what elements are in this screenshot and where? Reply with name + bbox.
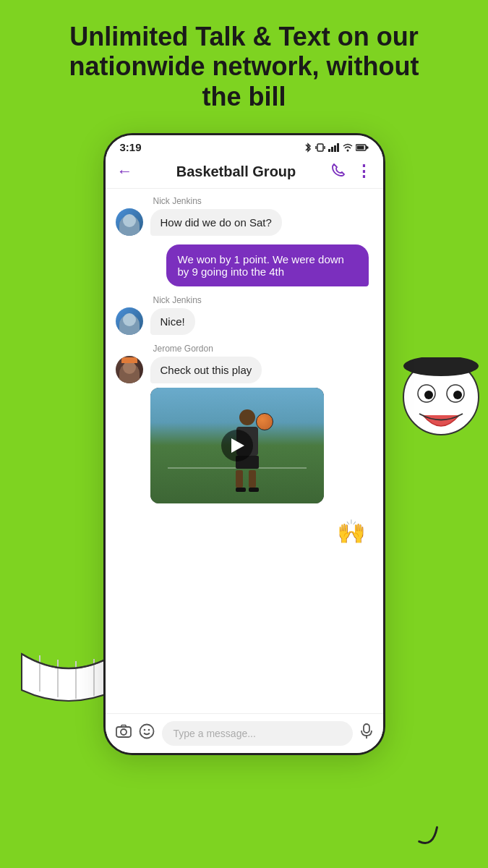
cartoon-face-decoration [401, 357, 474, 430]
player-shoe-left [236, 488, 246, 492]
message-row-1: How did we do on Sat? [116, 208, 373, 236]
svg-point-23 [140, 725, 153, 739]
emoji-reaction-row: 🙌 [116, 518, 373, 545]
back-button[interactable]: ← [117, 162, 133, 181]
bluetooth-icon [304, 142, 312, 153]
svg-rect-20 [367, 146, 368, 148]
phone-call-button[interactable] [331, 163, 346, 181]
more-options-button[interactable]: ⋮ [356, 162, 372, 181]
player-leg-left [236, 470, 243, 488]
message-input[interactable]: Type a message... [162, 721, 353, 746]
headline-line1: Unlimited Talk & Text on our [69, 22, 419, 51]
svg-point-22 [121, 729, 127, 735]
message-group-3: Jerome Gordon Check out this play [116, 344, 373, 503]
input-bar: Type a message... [106, 713, 383, 753]
svg-rect-21 [116, 727, 131, 737]
svg-rect-10 [317, 144, 323, 151]
raised-hands-emoji: 🙌 [337, 518, 366, 545]
outgoing-row-1: We won by 1 point. We were down by 9 goi… [116, 244, 373, 286]
bubble-incoming-2: Nice! [150, 308, 195, 335]
video-thumbnail[interactable] [150, 388, 324, 503]
svg-point-25 [147, 729, 150, 731]
message-row-2: Nice! [116, 307, 373, 335]
sender-nick-1: Nick Jenkins [153, 196, 373, 206]
status-icons [304, 142, 369, 153]
checkmark-decoration [412, 822, 448, 857]
play-triangle-icon [231, 438, 244, 453]
svg-point-4 [424, 391, 433, 399]
svg-rect-13 [328, 149, 330, 152]
app-bar-actions: ⋮ [331, 162, 372, 181]
bubble-incoming-3: Check out this play [150, 357, 262, 383]
player-leg-right [249, 470, 256, 488]
message-group-2: Nick Jenkins Nice! [116, 295, 373, 335]
svg-point-24 [143, 729, 145, 731]
svg-rect-14 [331, 147, 333, 152]
bubble-incoming-1: How did we do on Sat? [150, 209, 282, 236]
cartoon-mouth-decoration [14, 639, 108, 697]
svg-point-5 [453, 391, 462, 399]
player-legs [222, 470, 273, 492]
signal-icon [328, 143, 340, 152]
emoji-button[interactable] [139, 723, 155, 744]
sender-nick-2: Nick Jenkins [153, 295, 373, 305]
mic-button[interactable] [360, 723, 373, 744]
input-spacer [116, 548, 373, 592]
wifi-icon [343, 143, 353, 152]
svg-rect-26 [364, 724, 369, 733]
avatar-nick-2 [116, 307, 143, 335]
play-button[interactable] [221, 430, 253, 461]
message-group-1: Nick Jenkins How did we do on Sat? [116, 196, 373, 236]
phone-device: 3:19 [103, 133, 385, 755]
status-time: 3:19 [120, 141, 142, 153]
headline-line3: the bill [202, 82, 286, 111]
vibrate-icon [315, 142, 325, 153]
camera-button[interactable] [116, 724, 132, 743]
phone-wrapper: 3:19 [0, 133, 488, 755]
svg-rect-16 [337, 143, 339, 152]
message-row-3: Check out this play [116, 356, 373, 383]
app-bar: ← Basketball Group ⋮ [106, 156, 383, 189]
bubble-outgoing-1: We won by 1 point. We were down by 9 goi… [166, 244, 369, 286]
status-bar: 3:19 [106, 135, 383, 156]
chat-title: Basketball Group [142, 163, 331, 180]
headline: Unlimited Talk & Text on our nationwide … [0, 0, 488, 126]
player-shoe-right [249, 488, 259, 492]
svg-rect-15 [334, 145, 336, 152]
chat-area: Nick Jenkins How did we do on Sat? We wo… [106, 189, 383, 599]
avatar-nick-1 [116, 208, 143, 236]
headline-line2: nationwide network, without [69, 51, 419, 81]
svg-rect-19 [356, 145, 364, 149]
player-head [239, 409, 255, 425]
battery-icon [356, 144, 369, 151]
svg-point-17 [346, 149, 348, 151]
sender-jerome: Jerome Gordon [153, 344, 373, 354]
avatar-jerome [116, 356, 143, 383]
